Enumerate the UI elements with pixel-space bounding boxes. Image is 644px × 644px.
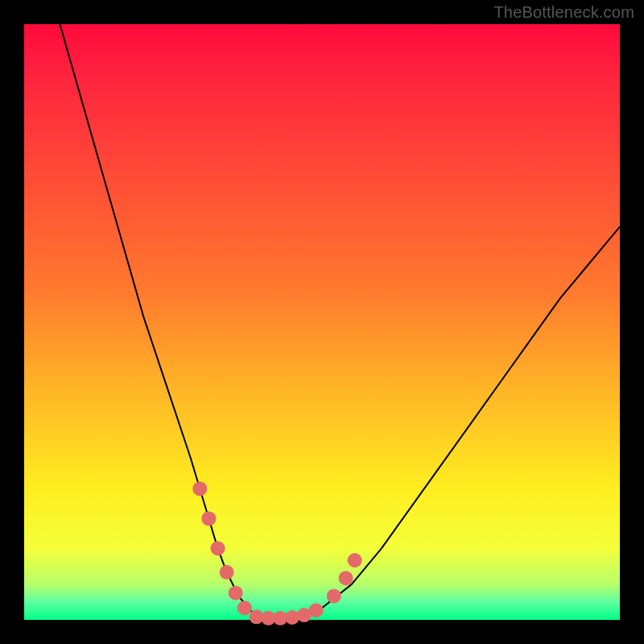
right-highlight-marker	[348, 553, 362, 568]
left-highlight-marker	[201, 511, 216, 526]
bottleneck-curve	[60, 24, 620, 618]
left-highlight-marker	[211, 541, 225, 555]
bottom-highlight-marker	[309, 603, 324, 617]
right-highlight-marker	[327, 588, 341, 603]
left-highlight-marker	[220, 565, 234, 580]
left-highlight-marker	[237, 601, 252, 615]
right-highlight-marker	[339, 571, 353, 585]
watermark-text: TheBottleneck.com	[493, 3, 634, 22]
plot-area	[24, 24, 620, 620]
left-highlight-marker	[229, 586, 243, 601]
chart-frame: TheBottleneck.com	[0, 0, 644, 644]
left-highlight-marker	[192, 481, 207, 496]
curve-layer	[24, 24, 620, 620]
